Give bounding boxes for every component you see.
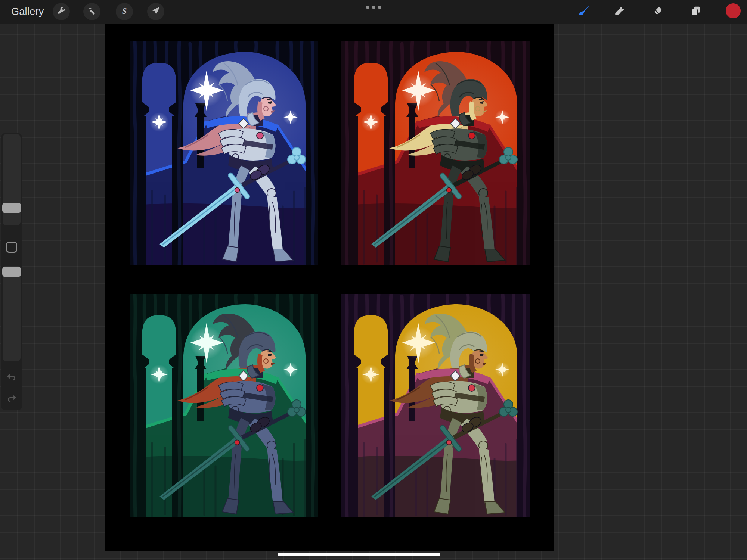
brush-sidebar [1, 133, 22, 410]
ellipsis-icon [378, 6, 381, 9]
green-knight-panel [130, 294, 318, 517]
smudge-finger-icon [613, 5, 625, 18]
layers-icon [690, 5, 702, 18]
top-toolbar: Gallery [0, 0, 747, 24]
ellipsis-icon [372, 6, 375, 9]
actions-button[interactable] [53, 3, 70, 20]
arrow-cursor-icon [151, 6, 161, 17]
gallery-button[interactable]: Gallery [11, 0, 44, 24]
s-curve-icon [120, 6, 129, 17]
opacity-handle[interactable] [2, 267, 21, 277]
transform-button[interactable] [147, 3, 164, 20]
brush-icon [577, 5, 589, 18]
smudge-tool-button[interactable] [611, 3, 628, 20]
paint-tool-button[interactable] [575, 3, 592, 20]
canvas-menu-button[interactable] [365, 4, 382, 10]
adjustments-button[interactable] [83, 3, 100, 20]
wrench-icon [56, 6, 66, 17]
color-swatch-button[interactable] [726, 3, 741, 18]
blue-knight-panel [130, 41, 318, 265]
gold-knight-panel [341, 294, 530, 517]
drawing-canvas[interactable] [105, 24, 554, 551]
opacity-slider[interactable] [3, 266, 21, 361]
erase-tool-button[interactable] [650, 3, 667, 20]
layers-button[interactable] [687, 3, 704, 20]
red-knight-panel [341, 41, 530, 265]
brush-size-handle[interactable] [2, 203, 21, 213]
selection-button[interactable] [116, 3, 133, 20]
home-indicator[interactable] [278, 553, 440, 556]
redo-arrow-icon [6, 393, 17, 405]
magic-wand-icon [87, 6, 97, 17]
undo-arrow-icon [6, 372, 17, 384]
undo-button[interactable] [1, 372, 22, 385]
modify-button[interactable] [6, 242, 17, 253]
ellipsis-icon [366, 6, 369, 9]
eraser-icon [652, 5, 664, 18]
redo-button[interactable] [1, 393, 22, 406]
